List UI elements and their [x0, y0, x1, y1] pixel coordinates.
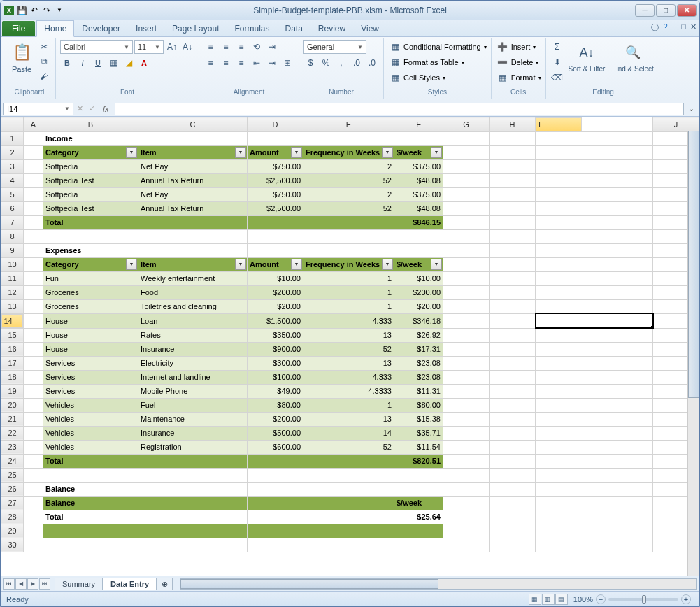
cell-A20[interactable] [24, 398, 43, 412]
help-icon[interactable]: ? [663, 22, 667, 33]
cell-B26[interactable]: Balance [43, 482, 138, 496]
cell-E15[interactable]: 13 [303, 328, 394, 342]
cell-E19[interactable]: 4.3333 [303, 384, 394, 398]
cell-D26[interactable] [248, 482, 303, 496]
filter-icon[interactable]: ▼ [235, 259, 246, 270]
cell-I12[interactable] [536, 285, 653, 299]
save-icon[interactable]: 💾 [16, 5, 27, 16]
cell-E22[interactable]: 14 [303, 426, 394, 440]
cell-A2[interactable] [24, 145, 43, 159]
cell-D22[interactable]: $500.00 [248, 426, 303, 440]
cell-B15[interactable]: House [43, 328, 138, 342]
grow-font-icon[interactable]: A↑ [165, 40, 179, 54]
cell-H14[interactable] [490, 313, 536, 328]
cell-B7[interactable]: Total [43, 215, 138, 229]
row-header-11[interactable]: 11 [1, 271, 24, 285]
cell-I20[interactable] [536, 398, 653, 412]
spreadsheet-grid[interactable]: ABCDEFGHIJ1Income2Category▼Item▼Amount▼F… [1, 117, 699, 552]
cell-G7[interactable] [443, 215, 490, 229]
qat-dropdown-icon[interactable]: ▼ [54, 5, 65, 16]
cell-H6[interactable] [490, 201, 536, 215]
cancel-formula-icon[interactable]: ✕ [75, 104, 85, 113]
cell-E23[interactable]: 52 [303, 440, 394, 454]
fill-icon[interactable]: ⬇ [550, 55, 564, 69]
cell-F9[interactable] [394, 243, 443, 257]
tab-home[interactable]: Home [36, 20, 74, 37]
cell-E20[interactable]: 1 [303, 398, 394, 412]
doc-close-icon[interactable]: ✕ [690, 22, 697, 33]
cell-I3[interactable] [536, 159, 653, 173]
cell-B30[interactable] [43, 538, 138, 552]
cell-B25[interactable] [43, 468, 138, 482]
cell-C22[interactable]: Insurance [138, 426, 248, 440]
cell-D14[interactable]: $1,500.00 [248, 313, 303, 328]
cell-C3[interactable]: Net Pay [138, 159, 248, 173]
copy-icon[interactable]: ⧉ [37, 55, 51, 69]
cell-D11[interactable]: $10.00 [248, 271, 303, 285]
cell-H19[interactable] [490, 384, 536, 398]
zoom-slider[interactable] [608, 598, 678, 601]
cell-F29[interactable] [394, 524, 443, 538]
cell-E27[interactable] [303, 496, 394, 510]
cell-I5[interactable] [536, 187, 653, 201]
cell-F1[interactable] [394, 131, 443, 145]
align-bottom-icon[interactable]: ≡ [234, 40, 248, 54]
col-header-E[interactable]: E [303, 117, 394, 132]
row-header-25[interactable]: 25 [1, 468, 24, 482]
cell-I23[interactable] [536, 440, 653, 454]
row-header-18[interactable]: 18 [1, 370, 24, 384]
cell-F8[interactable] [394, 229, 443, 243]
sheet-first-icon[interactable]: ⏮ [3, 578, 15, 590]
cell-H13[interactable] [490, 299, 536, 313]
vertical-scrollbar[interactable] [687, 131, 699, 576]
cell-I6[interactable] [536, 201, 653, 215]
cell-H20[interactable] [490, 398, 536, 412]
sort-filter-button[interactable]: A↓ Sort & Filter [566, 40, 608, 74]
cell-G13[interactable] [443, 299, 490, 313]
cell-F11[interactable]: $10.00 [394, 271, 443, 285]
cell-C25[interactable] [138, 468, 248, 482]
row-header-24[interactable]: 24 [1, 454, 24, 468]
bold-button[interactable]: B [60, 56, 74, 70]
cell-C8[interactable] [138, 229, 248, 243]
decrease-indent-icon[interactable]: ⇤ [250, 56, 264, 70]
increase-indent-icon[interactable]: ⇥ [265, 56, 279, 70]
cell-A14[interactable] [24, 313, 43, 328]
cell-E28[interactable] [303, 510, 394, 524]
insert-cells-button[interactable]: ➕Insert▾ [496, 40, 541, 54]
cell-F25[interactable] [394, 468, 443, 482]
cell-F24[interactable]: $820.51 [394, 454, 443, 468]
horizontal-scrollbar[interactable] [180, 578, 697, 590]
col-header-G[interactable]: G [443, 117, 490, 132]
cell-C14[interactable]: Loan [138, 313, 248, 328]
cell-A13[interactable] [24, 299, 43, 313]
cell-D17[interactable]: $300.00 [248, 356, 303, 370]
cell-I2[interactable] [536, 145, 653, 159]
cell-F4[interactable]: $48.08 [394, 173, 443, 187]
cell-B6[interactable]: Softpedia Test [43, 201, 138, 215]
row-header-3[interactable]: 3 [1, 159, 24, 173]
delete-cells-button[interactable]: ➖Delete▾ [496, 55, 541, 69]
cell-B22[interactable]: Vehicles [43, 426, 138, 440]
sheet-last-icon[interactable]: ⏭ [39, 578, 50, 590]
cell-G12[interactable] [443, 285, 490, 299]
tab-formulas[interactable]: Formulas [227, 20, 277, 36]
cell-A25[interactable] [24, 468, 43, 482]
cell-A22[interactable] [24, 426, 43, 440]
cell-F23[interactable]: $11.54 [394, 440, 443, 454]
filter-icon[interactable]: ▼ [382, 259, 393, 270]
cell-I22[interactable] [536, 426, 653, 440]
filter-icon[interactable]: ▼ [126, 147, 137, 158]
doc-restore-icon[interactable]: □ [681, 22, 686, 33]
cell-B28[interactable]: Total [43, 510, 138, 524]
cell-D9[interactable] [248, 243, 303, 257]
cell-D10[interactable]: Amount▼ [248, 257, 303, 271]
cell-C13[interactable]: Toiletries and cleaning [138, 299, 248, 313]
format-painter-icon[interactable]: 🖌 [37, 69, 51, 83]
tab-review[interactable]: Review [310, 20, 353, 36]
autosum-icon[interactable]: Σ [550, 40, 564, 54]
cell-E26[interactable] [303, 482, 394, 496]
sheet-tab-dataentry[interactable]: Data Entry [103, 578, 157, 590]
cell-I18[interactable] [536, 370, 653, 384]
zoom-level[interactable]: 100% [573, 595, 593, 604]
